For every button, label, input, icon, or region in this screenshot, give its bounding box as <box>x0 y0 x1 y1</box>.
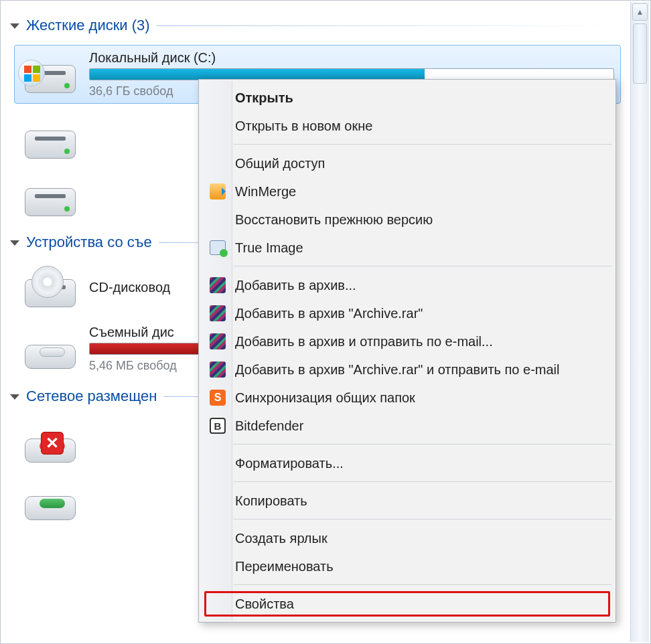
blank-icon <box>208 88 227 107</box>
usb-drive-icon <box>21 327 80 370</box>
sync-icon: S <box>208 388 227 407</box>
menu-item-label: Свойства <box>235 596 605 612</box>
divider <box>157 25 621 26</box>
menu-item[interactable]: Открыть <box>200 84 614 112</box>
drive-icon <box>21 118 80 161</box>
menu-separator <box>200 516 614 523</box>
drive-c-icon <box>21 53 80 96</box>
menu-item[interactable]: Добавить в архив и отправить по e-mail..… <box>200 327 614 355</box>
menu-item[interactable]: Добавить в архив... <box>200 271 614 299</box>
menu-separator <box>200 441 614 448</box>
winmerge-icon <box>208 182 227 201</box>
menu-item[interactable]: Добавить в архив "Archive.rar" <box>200 299 614 327</box>
rar-icon <box>208 332 227 351</box>
menu-separator <box>200 141 614 148</box>
blank-icon <box>208 529 227 548</box>
group-header-hdd[interactable]: Жесткие диски (3) <box>10 17 621 34</box>
chevron-down-icon <box>10 23 19 29</box>
menu-item[interactable]: Форматировать... <box>200 449 614 477</box>
rar-icon <box>208 360 227 379</box>
menu-separator <box>200 263 614 270</box>
menu-item[interactable]: Добавить в архив "Archive.rar" и отправи… <box>200 355 614 384</box>
menu-item-label: True Image <box>235 240 605 256</box>
blank-icon <box>208 116 227 135</box>
blank-icon <box>208 491 227 510</box>
menu-item[interactable]: WinMerge <box>200 177 614 206</box>
menu-item-label: Создать ярлык <box>235 531 605 546</box>
menu-item-label: Переименовать <box>235 559 605 574</box>
menu-item-label: Добавить в архив "Archive.rar" и отправи… <box>235 362 605 378</box>
menu-item-label: Добавить в архив "Archive.rar" <box>235 306 605 321</box>
menu-item-label: Открыть в новом окне <box>235 118 605 134</box>
trueimage-icon <box>208 238 227 257</box>
context-menu: ОткрытьОткрыть в новом окнеОбщий доступW… <box>198 79 616 623</box>
menu-item-label: Добавить в архив... <box>235 278 605 293</box>
chevron-down-icon <box>10 394 19 400</box>
menu-item[interactable]: BBitdefender <box>200 412 614 440</box>
usage-fill <box>90 69 425 80</box>
menu-item[interactable]: Свойства <box>200 590 614 618</box>
rar-icon <box>208 276 227 295</box>
blank-icon <box>208 154 227 173</box>
menu-item-label: Форматировать... <box>235 456 605 471</box>
menu-item-label: Добавить в архив и отправить по e-mail..… <box>235 334 605 349</box>
menu-item-label: Bitdefender <box>235 418 605 434</box>
menu-separator <box>200 582 614 588</box>
blank-icon <box>208 454 227 473</box>
menu-item-label: Копировать <box>235 493 605 509</box>
menu-item-label: Синхронизация общих папок <box>235 390 605 406</box>
network-drive-x-icon: ✕ <box>21 421 80 464</box>
menu-item[interactable]: Общий доступ <box>200 149 614 177</box>
menu-item[interactable]: SСинхронизация общих папок <box>200 384 614 412</box>
menu-item[interactable]: Создать ярлык <box>200 524 614 552</box>
group-title: Сетевое размещен <box>26 388 157 405</box>
drive-icon <box>21 176 80 219</box>
menu-item[interactable]: True Image <box>200 234 614 262</box>
bd-icon: B <box>208 416 227 435</box>
group-title: Жесткие диски (3) <box>26 17 150 34</box>
menu-item[interactable]: Открыть в новом окне <box>200 112 614 140</box>
scrollbar[interactable]: ▲ <box>630 2 649 642</box>
cd-drive-icon <box>21 267 80 310</box>
chevron-down-icon <box>10 240 19 246</box>
network-drive-icon <box>21 479 80 521</box>
menu-item[interactable]: Копировать <box>200 487 614 515</box>
menu-separator <box>200 479 614 485</box>
menu-item-label: Общий доступ <box>235 156 605 171</box>
blank-icon <box>208 594 227 613</box>
group-title: Устройства со съе <box>26 234 152 251</box>
blank-icon <box>208 557 227 576</box>
scroll-thumb[interactable] <box>633 23 647 84</box>
scroll-up-button[interactable]: ▲ <box>632 3 648 21</box>
drive-name: Локальный диск (C:) <box>89 50 614 66</box>
menu-item-label: Восстановить прежнюю версию <box>235 212 605 228</box>
menu-item[interactable]: Восстановить прежнюю версию <box>200 206 614 234</box>
blank-icon <box>208 210 227 229</box>
menu-item[interactable]: Переименовать <box>200 552 614 580</box>
rar-icon <box>208 304 227 323</box>
menu-item-label: Открыть <box>235 90 605 106</box>
menu-item-label: WinMerge <box>235 184 605 199</box>
